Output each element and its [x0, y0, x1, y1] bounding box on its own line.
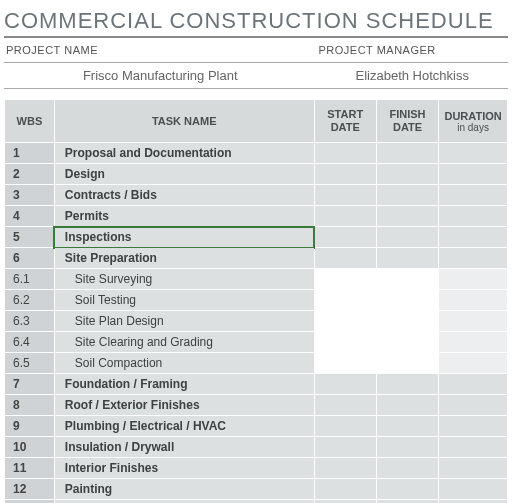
duration-cell[interactable]: [439, 290, 508, 311]
start-date-cell[interactable]: [314, 353, 376, 374]
table-row[interactable]: 3Contracts / Bids: [5, 185, 508, 206]
duration-cell[interactable]: [439, 227, 508, 248]
task-cell[interactable]: Permits: [54, 206, 314, 227]
wbs-cell[interactable]: 3: [5, 185, 55, 206]
finish-date-cell[interactable]: [376, 458, 438, 479]
wbs-cell[interactable]: 9: [5, 416, 55, 437]
finish-date-cell[interactable]: [376, 143, 438, 164]
finish-date-cell[interactable]: [376, 185, 438, 206]
finish-date-cell[interactable]: [376, 248, 438, 269]
start-date-cell[interactable]: [314, 290, 376, 311]
table-row[interactable]: 5Inspections: [5, 227, 508, 248]
table-row[interactable]: 6.1Site Surveying: [5, 269, 508, 290]
wbs-cell[interactable]: 6.1: [5, 269, 55, 290]
table-row[interactable]: 10Insulation / Drywall: [5, 437, 508, 458]
finish-date-cell[interactable]: [376, 437, 438, 458]
wbs-cell[interactable]: 7: [5, 374, 55, 395]
duration-cell[interactable]: [439, 395, 508, 416]
table-row[interactable]: 6.3Site Plan Design: [5, 311, 508, 332]
duration-cell[interactable]: [439, 437, 508, 458]
duration-cell[interactable]: [439, 353, 508, 374]
start-date-cell[interactable]: [314, 206, 376, 227]
duration-cell[interactable]: [439, 416, 508, 437]
start-date-cell[interactable]: [314, 227, 376, 248]
task-cell[interactable]: Proposal and Documentation: [54, 143, 314, 164]
task-cell[interactable]: Site Preparation: [54, 248, 314, 269]
wbs-cell[interactable]: 6: [5, 248, 55, 269]
finish-date-cell[interactable]: [376, 374, 438, 395]
task-cell[interactable]: Site Clearing and Grading: [54, 332, 314, 353]
project-manager-value[interactable]: Elizabeth Hotchkiss: [316, 62, 508, 89]
duration-cell[interactable]: [439, 374, 508, 395]
table-row[interactable]: 6.2Soil Testing: [5, 290, 508, 311]
wbs-cell[interactable]: 6.3: [5, 311, 55, 332]
table-row[interactable]: 1Proposal and Documentation: [5, 143, 508, 164]
finish-date-cell[interactable]: [376, 479, 438, 500]
finish-date-cell[interactable]: [376, 290, 438, 311]
start-date-cell[interactable]: [314, 143, 376, 164]
table-row[interactable]: 11Interior Finishes: [5, 458, 508, 479]
task-cell[interactable]: Plumbing / Electrical / HVAC: [54, 416, 314, 437]
task-cell[interactable]: Interior Finishes: [54, 458, 314, 479]
task-cell[interactable]: Inspections: [54, 227, 314, 248]
duration-cell[interactable]: [439, 248, 508, 269]
start-date-cell[interactable]: [314, 269, 376, 290]
wbs-cell[interactable]: 2: [5, 164, 55, 185]
table-row[interactable]: 7Foundation / Framing: [5, 374, 508, 395]
table-row[interactable]: 6Site Preparation: [5, 248, 508, 269]
task-cell[interactable]: Soil Compaction: [54, 353, 314, 374]
table-row[interactable]: 9Plumbing / Electrical / HVAC: [5, 416, 508, 437]
project-name-value[interactable]: Frisco Manufacturing Plant: [4, 62, 316, 89]
task-cell[interactable]: Roof / Exterior Finishes: [54, 395, 314, 416]
wbs-cell[interactable]: 11: [5, 458, 55, 479]
finish-date-cell[interactable]: [376, 269, 438, 290]
table-row[interactable]: 8Roof / Exterior Finishes: [5, 395, 508, 416]
table-row[interactable]: 6.5Soil Compaction: [5, 353, 508, 374]
task-cell[interactable]: Soil Testing: [54, 290, 314, 311]
table-row[interactable]: 12Painting: [5, 479, 508, 500]
start-date-cell[interactable]: [314, 332, 376, 353]
task-cell[interactable]: Painting: [54, 479, 314, 500]
duration-cell[interactable]: [439, 143, 508, 164]
finish-date-cell[interactable]: [376, 353, 438, 374]
wbs-cell[interactable]: 6.5: [5, 353, 55, 374]
start-date-cell[interactable]: [314, 311, 376, 332]
table-row[interactable]: 6.4Site Clearing and Grading: [5, 332, 508, 353]
finish-date-cell[interactable]: [376, 164, 438, 185]
wbs-cell[interactable]: 5: [5, 227, 55, 248]
wbs-cell[interactable]: 6.2: [5, 290, 55, 311]
start-date-cell[interactable]: [314, 479, 376, 500]
table-row[interactable]: 2Design: [5, 164, 508, 185]
start-date-cell[interactable]: [314, 458, 376, 479]
wbs-cell[interactable]: 8: [5, 395, 55, 416]
start-date-cell[interactable]: [314, 248, 376, 269]
finish-date-cell[interactable]: [376, 311, 438, 332]
start-date-cell[interactable]: [314, 185, 376, 206]
wbs-cell[interactable]: 6.4: [5, 332, 55, 353]
finish-date-cell[interactable]: [376, 332, 438, 353]
task-cell[interactable]: Site Plan Design: [54, 311, 314, 332]
wbs-cell[interactable]: 12: [5, 479, 55, 500]
task-cell[interactable]: Insulation / Drywall: [54, 437, 314, 458]
duration-cell[interactable]: [439, 458, 508, 479]
finish-date-cell[interactable]: [376, 206, 438, 227]
duration-cell[interactable]: [439, 269, 508, 290]
start-date-cell[interactable]: [314, 437, 376, 458]
task-cell[interactable]: Foundation / Framing: [54, 374, 314, 395]
finish-date-cell[interactable]: [376, 395, 438, 416]
start-date-cell[interactable]: [314, 374, 376, 395]
task-cell[interactable]: Contracts / Bids: [54, 185, 314, 206]
duration-cell[interactable]: [439, 332, 508, 353]
wbs-cell[interactable]: 4: [5, 206, 55, 227]
wbs-cell[interactable]: 10: [5, 437, 55, 458]
finish-date-cell[interactable]: [376, 416, 438, 437]
duration-cell[interactable]: [439, 206, 508, 227]
start-date-cell[interactable]: [314, 395, 376, 416]
task-cell[interactable]: Design: [54, 164, 314, 185]
start-date-cell[interactable]: [314, 164, 376, 185]
duration-cell[interactable]: [439, 164, 508, 185]
duration-cell[interactable]: [439, 311, 508, 332]
duration-cell[interactable]: [439, 185, 508, 206]
wbs-cell[interactable]: 1: [5, 143, 55, 164]
table-row[interactable]: 4Permits: [5, 206, 508, 227]
